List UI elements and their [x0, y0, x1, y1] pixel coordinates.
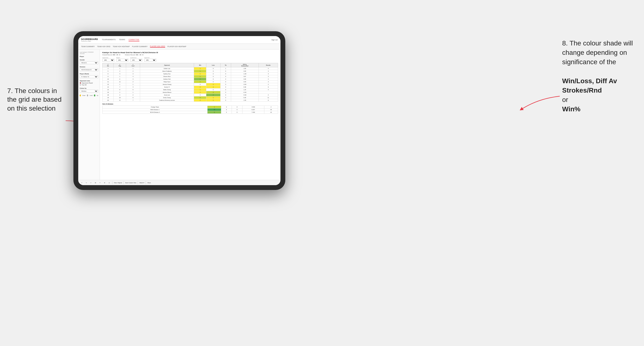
legend-up-dot: [94, 95, 95, 96]
radio-top100[interactable]: Top 100: [80, 84, 98, 86]
toolbar-share[interactable]: Share: [147, 182, 151, 183]
cell-opponent: Heejo Hyun: [140, 81, 194, 83]
toolbar-grid[interactable]: ⊞: [94, 181, 97, 184]
col-opponent: Opponent: [140, 63, 194, 67]
ood-cell-loss: 0: [221, 108, 232, 111]
cell-diff: 0.38: [231, 86, 258, 88]
cell-tie: 0: [220, 86, 231, 88]
nav-committee[interactable]: COMMITTEE: [128, 38, 140, 41]
cell-rounds: 6: [258, 99, 278, 102]
tablet-device: SCOREBOARD Powered by clippd TOURNAMENTS…: [74, 31, 285, 190]
subnav-team-h2h-grid[interactable]: TEAM H2H GRID: [97, 46, 110, 47]
cell-opponent: Esther Lee: [140, 67, 194, 70]
cell-tie: 0: [220, 75, 231, 78]
legend-down-label: Down: [82, 95, 86, 96]
legend-level-label: Level: [90, 95, 92, 96]
cell-opponent: Federica Domecq Lacroze: [140, 99, 194, 102]
cell-conf: 5: [126, 88, 140, 91]
conference-filter-select[interactable]: (All): [130, 59, 142, 62]
subnav-player-h2h-grid[interactable]: PLAYER H2H GRID: [150, 45, 165, 48]
cell-conf: 2: [126, 70, 140, 73]
toolbar-add[interactable]: ⊕: [103, 181, 106, 184]
division-select[interactable]: NCAA Division III: [80, 68, 98, 71]
subnav-player-h2h-heatmap[interactable]: PLAYER H2H HEATMAP: [168, 46, 186, 47]
radio-dot-top100: [80, 84, 81, 86]
toolbar-cut[interactable]: ✂: [98, 181, 102, 184]
cell-reg: 10: [114, 96, 126, 99]
nav-sign-out[interactable]: Sign out: [271, 39, 278, 41]
cell-div: 16: [102, 91, 114, 94]
gender-select[interactable]: Women's: [80, 61, 98, 64]
table-row: 13 1 1 Jessica Huang 0 1 0 -3.00 2: [102, 83, 278, 86]
radio-dot-played: [80, 82, 81, 84]
player-rank-select[interactable]: 8. Katelyn Vo: [80, 75, 98, 78]
cell-div: 9: [102, 75, 114, 78]
sub-nav: TEAM SUMMARY TEAM H2H GRID TEAM H2H HEAT…: [78, 44, 280, 49]
cell-opponent: Andrea York: [140, 78, 194, 81]
toolbar-watch[interactable]: Watch ▾: [140, 182, 144, 183]
toolbar-sep3: [138, 181, 138, 184]
region-filter-select[interactable]: (All): [116, 59, 128, 62]
cell-loss: 0: [206, 78, 220, 81]
grid-title: Katelyn Vo Head-to-Head Grid for Women's…: [102, 51, 278, 54]
toolbar-sep2: [124, 181, 124, 184]
filter-conference-label: Conference: [130, 57, 142, 58]
table-row: 19 10 6 Emily Chang 4 1 0 0.30 11: [102, 96, 278, 99]
cell-win: 1: [194, 88, 206, 91]
cell-rounds: 11: [258, 96, 278, 99]
toolbar-redo[interactable]: ↪: [85, 181, 88, 184]
ood-cell-rounds: 10: [264, 111, 278, 114]
cell-tie: 0: [220, 99, 231, 102]
colour-by-select[interactable]: Win/loss: [80, 90, 98, 93]
table-row: 16 2 1 Jessica Mason 1 2 0 -0.94: [102, 91, 278, 94]
cell-win: 2: [194, 78, 206, 81]
filter-region-label: Region: [116, 57, 128, 58]
cell-tie: 0: [220, 91, 231, 94]
cell-diff: 3.33: [231, 81, 258, 83]
cell-reg: 1: [114, 75, 126, 78]
subnav-team-h2h-heatmap[interactable]: TEAM H2H HEATMAP: [113, 46, 130, 47]
cell-diff: 3.67: [231, 75, 258, 78]
sidebar-player-label: Player: [80, 56, 98, 57]
cell-diff: 1.33: [231, 99, 258, 102]
toolbar-undo2[interactable]: ↩: [89, 181, 92, 184]
out-of-division-header: Out of division: [102, 103, 278, 105]
filter-region: Region (All): [116, 57, 128, 62]
ood-table-row: NAIA Division 1 15 0 0 9.267 30: [102, 108, 278, 111]
table-row: 3 1 1 Esther Lee 1 0 1 1.50 4: [102, 67, 278, 70]
division-record: Division Record: 331 - 34 - 6: [125, 54, 143, 55]
cell-win: 0: [194, 94, 206, 96]
left-annotation: 7. The colours in the grid are based on …: [7, 87, 65, 113]
cell-tie: 0: [220, 70, 231, 73]
ood-cell-tie: 0: [232, 108, 242, 111]
nav-items: TOURNAMENTS TEAMS COMMITTEE: [102, 38, 271, 41]
toolbar-time[interactable]: ◷: [108, 181, 111, 184]
cell-diff: 4.00: [231, 78, 258, 81]
nav-tournaments[interactable]: TOURNAMENTS: [102, 38, 116, 41]
nav-teams[interactable]: TEAMS: [119, 38, 125, 41]
table-row: 6 3 3 Sydney Kuo 1 0 0 -1.00 3: [102, 73, 278, 75]
toolbar-undo[interactable]: ↩: [80, 181, 83, 184]
radio-label-top100: Top 100: [82, 84, 87, 86]
cell-opponent: Alexis Sudjianto: [140, 70, 194, 73]
subnav-team-summary[interactable]: TEAM SUMMARY: [81, 46, 95, 47]
cell-conf: 3: [126, 78, 140, 81]
cell-reg: 2: [114, 94, 126, 96]
ood-cell-name: NCAA Division 2: [102, 111, 208, 114]
cell-div: 13: [102, 83, 114, 86]
cell-reg: 8: [114, 88, 126, 91]
ood-table-row: Foreign Team 1 0 0 4.500 2: [102, 106, 278, 108]
sidebar-opponent-view: Opponent view Opponents Played Top 100: [80, 80, 98, 86]
col-tie: Tie: [220, 63, 231, 67]
toolbar-view-original[interactable]: View: Original: [114, 182, 122, 183]
ood-table-row: NCAA Division 2 5 0 0 7.400 10: [102, 111, 278, 114]
radio-label-played: Opponents Played: [82, 82, 93, 84]
subnav-player-summary[interactable]: PLAYER SUMMARY: [132, 46, 148, 47]
cell-rounds: 3: [258, 70, 278, 73]
timestamp: Last Updated: 27/03/2024 16:55:38: [80, 51, 98, 54]
legend-up-label: Up: [97, 95, 98, 96]
radio-opponents-played[interactable]: Opponents Played: [80, 82, 98, 84]
opponent-filter-select[interactable]: (All): [144, 59, 156, 62]
toolbar-save-custom[interactable]: Save Custom View: [125, 182, 136, 183]
opponents-filter-select[interactable]: (All): [102, 59, 114, 62]
